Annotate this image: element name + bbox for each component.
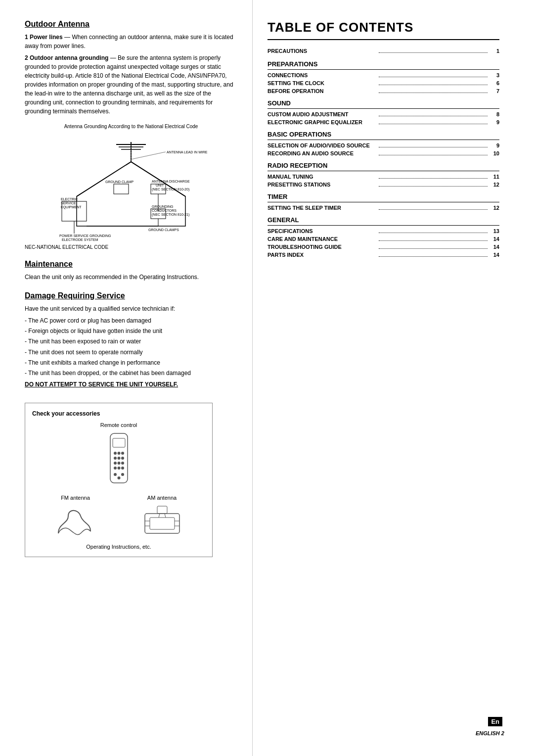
outdoor-antenna-item2: 2 Outdoor antenna grounding — Be sure th… xyxy=(25,53,237,116)
list-item: - The unit exhibits a marked change in p… xyxy=(25,358,237,368)
outdoor-antenna-heading: Outdoor Antenna xyxy=(25,20,237,29)
toc-title: TABLE OF CONTENTS xyxy=(267,20,499,40)
svg-text:EQUIPMENT: EQUIPMENT xyxy=(61,205,82,209)
toc-header-timer: TIMER xyxy=(267,193,499,202)
toc-page: 10 xyxy=(490,150,499,156)
svg-point-40 xyxy=(114,462,117,465)
toc-header-sound: SOUND xyxy=(267,99,499,109)
toc-dots xyxy=(379,93,488,93)
svg-rect-33 xyxy=(113,438,125,447)
toc-entry-label: SETTING THE CLOCK xyxy=(267,80,377,86)
svg-line-14 xyxy=(131,152,166,159)
svg-text:CONDUCTORS: CONDUCTORS xyxy=(152,209,177,212)
toc-entry-label: TROUBLESHOOTING GUIDE xyxy=(267,244,377,250)
toc-entry: ELECTRONIC GRAPHIC EQUALIZER 9 xyxy=(267,119,499,126)
toc-page: 9 xyxy=(490,119,499,125)
svg-point-47 xyxy=(121,473,124,476)
toc-precautions-dots xyxy=(379,52,488,53)
svg-point-39 xyxy=(121,457,124,460)
toc-section-sound: SOUND CUSTOM AUDIO ADJUSTMENT 8 ELECTRON… xyxy=(267,99,499,126)
toc-page: 12 xyxy=(490,182,499,188)
toc-page: 9 xyxy=(490,142,499,148)
damage-warning: DO NOT ATTEMPT TO SERVICE THE UNIT YOURS… xyxy=(25,381,237,388)
toc-entry: CONNECTIONS 3 xyxy=(267,72,499,79)
svg-text:ANTENNA LEAD IN WIRE: ANTENNA LEAD IN WIRE xyxy=(167,150,208,154)
toc-section-radio-reception: RADIO RECEPTION MANUAL TUNING 11 PRESETT… xyxy=(267,162,499,188)
toc-page: 14 xyxy=(490,244,499,250)
toc-page: 14 xyxy=(490,236,499,242)
toc-dots xyxy=(379,124,488,124)
toc-entry-label: RECORDING AN AUDIO SOURCE xyxy=(267,150,377,156)
svg-point-35 xyxy=(117,452,120,455)
toc-dots xyxy=(379,248,488,249)
svg-line-57 xyxy=(165,514,166,518)
svg-marker-0 xyxy=(77,162,185,226)
right-column: TABLE OF CONTENTS PRECAUTIONS 1 PREPARAT… xyxy=(252,0,519,756)
svg-point-37 xyxy=(114,457,117,460)
svg-rect-8 xyxy=(114,184,129,194)
toc-dots xyxy=(379,116,488,116)
toc-entry: SELECTION OF AUDIO/VIDEO SOURCE 9 xyxy=(267,142,499,149)
maintenance-text: Clean the unit only as recommended in th… xyxy=(25,273,237,282)
toc-entry-label: CUSTOM AUDIO ADJUSTMENT xyxy=(267,111,377,117)
toc-entry: CUSTOM AUDIO ADJUSTMENT 8 xyxy=(267,111,499,118)
remote-section: Remote control xyxy=(100,422,137,487)
toc-page: 11 xyxy=(490,174,499,180)
list-item: - The unit does not seem to operate norm… xyxy=(25,348,237,357)
svg-point-46 xyxy=(114,473,117,476)
toc-header-preparations: PREPARATIONS xyxy=(267,60,499,70)
svg-line-1 xyxy=(77,162,131,196)
svg-text:POWER SERVICE GROUNDING: POWER SERVICE GROUNDING xyxy=(59,234,111,237)
en-badge: En xyxy=(488,717,502,726)
svg-line-56 xyxy=(159,514,160,518)
english-label: ENGLISH 2 xyxy=(476,730,504,736)
toc-entry-label: BEFORE OPERATION xyxy=(267,88,377,94)
toc-dots xyxy=(379,85,488,85)
toc-entry-label: CARE AND MAINTENANCE xyxy=(267,236,377,242)
damage-intro: Have the unit serviced by a qualified se… xyxy=(25,304,237,313)
svg-text:UNIT: UNIT xyxy=(156,184,164,187)
toc-dots xyxy=(379,77,488,77)
toc-dots xyxy=(379,155,488,155)
am-antenna-svg xyxy=(140,504,184,538)
toc-dots xyxy=(379,233,488,233)
toc-dots xyxy=(379,147,488,147)
am-antenna-item: AM antenna xyxy=(123,495,201,540)
toc-page: 3 xyxy=(490,72,499,78)
accessories-box: Check your accessories Remote control xyxy=(25,403,213,557)
toc-dots xyxy=(379,186,488,187)
list-item: - The unit has been exposed to rain or w… xyxy=(25,337,237,346)
svg-line-2 xyxy=(131,162,185,196)
fm-antenna-item: FM antenna xyxy=(37,495,115,540)
toc-section-basic-operations: BASIC OPERATIONS SELECTION OF AUDIO/VIDE… xyxy=(267,131,499,157)
svg-point-45 xyxy=(121,467,124,470)
outdoor-antenna-item1: 1 Power lines — When connecting an outdo… xyxy=(25,33,237,50)
list-item: - The unit has been dropped, or the cabi… xyxy=(25,369,237,378)
toc-section-preparations: PREPARATIONS CONNECTIONS 3 SETTING THE C… xyxy=(267,60,499,94)
svg-text:GROUND CLAMP: GROUND CLAMP xyxy=(105,180,134,184)
fm-antenna-label: FM antenna xyxy=(37,495,115,501)
toc-entry: SPECIFICATIONS 13 xyxy=(267,228,499,235)
remote-label: Remote control xyxy=(100,422,137,428)
antenna-diagram: Antenna Grounding According to the Natio… xyxy=(25,124,237,250)
diagram-caption-bottom: NEC-NATIONAL ELECTRICAL CODE xyxy=(25,244,237,250)
toc-dots xyxy=(379,256,488,257)
accessories-note: Operating Instructions, etc. xyxy=(86,544,151,550)
toc-precautions-page: 1 xyxy=(490,48,499,54)
am-antenna-label: AM antenna xyxy=(123,495,201,501)
toc-header-basic-operations: BASIC OPERATIONS xyxy=(267,131,499,140)
toc-entry: CARE AND MAINTENANCE 14 xyxy=(267,236,499,242)
svg-text:ELECTRIC: ELECTRIC xyxy=(61,197,78,201)
fm-antenna-svg xyxy=(53,504,98,538)
toc-dots xyxy=(379,178,488,179)
toc-precautions-label: PRECAUTIONS xyxy=(267,48,377,54)
toc-entry-label: MANUAL TUNING xyxy=(267,174,377,180)
toc-dots xyxy=(379,209,488,210)
maintenance-heading: Maintenance xyxy=(25,260,237,269)
list-item: - Foreign objects or liquid have gotten … xyxy=(25,327,237,336)
toc-page: 14 xyxy=(490,252,499,258)
toc-entry-label: CONNECTIONS xyxy=(267,72,377,78)
svg-rect-50 xyxy=(150,518,175,529)
svg-text:(NEC SECTION 810-20): (NEC SECTION 810-20) xyxy=(152,188,189,191)
svg-point-34 xyxy=(114,452,117,455)
